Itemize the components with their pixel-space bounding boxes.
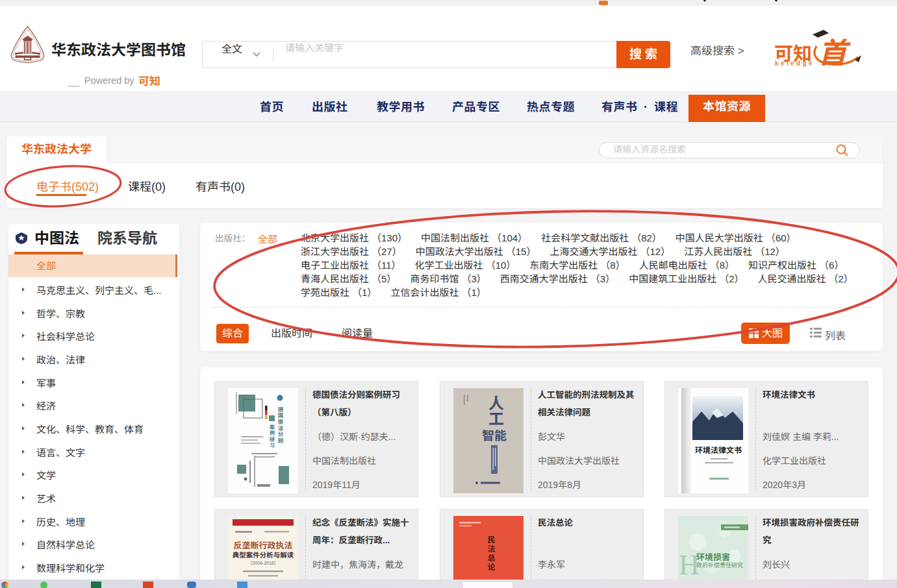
svg-text:（2008-2018）: （2008-2018） xyxy=(247,561,278,565)
svg-text:反垄断行政执法: 反垄断行政执法 xyxy=(233,541,292,550)
svg-text:案例研习: 案例研习 xyxy=(269,424,275,448)
svg-text:人: 人 xyxy=(488,395,504,412)
svg-text:典型案件分析与解读: 典型案件分析与解读 xyxy=(233,551,294,559)
svg-text:环境法律文书: 环境法律文书 xyxy=(695,446,742,455)
svg-text:环境损害: 环境损害 xyxy=(696,552,730,562)
svg-text:工: 工 xyxy=(488,410,504,428)
svg-text:德国债法分则: 德国债法分则 xyxy=(277,406,283,443)
svg-text:智能: 智能 xyxy=(482,429,507,443)
svg-text:民法总论: 民法总论 xyxy=(486,535,495,572)
svg-text:政府补偿责任研究: 政府补偿责任研究 xyxy=(696,562,743,569)
